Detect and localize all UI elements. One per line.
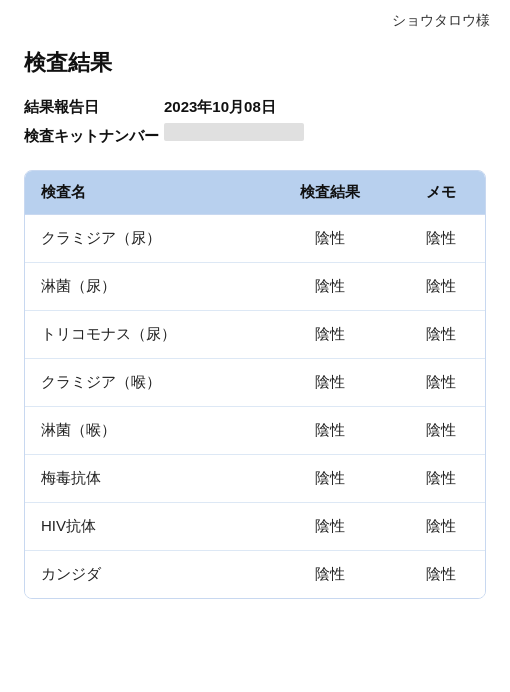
- cell-name: 梅毒抗体: [25, 455, 264, 503]
- cell-result: 陰性: [264, 359, 396, 407]
- cell-result: 陰性: [264, 455, 396, 503]
- cell-memo: 陰性: [396, 503, 485, 551]
- table-row: クラミジア（喉）陰性陰性: [25, 359, 485, 407]
- cell-name: トリコモナス（尿）: [25, 311, 264, 359]
- table-body: クラミジア（尿）陰性陰性淋菌（尿）陰性陰性トリコモナス（尿）陰性陰性クラミジア（…: [25, 215, 485, 599]
- cell-result: 陰性: [264, 407, 396, 455]
- kit-number-row: 検査キットナンバー: [24, 123, 486, 146]
- col-name: 検査名: [25, 171, 264, 215]
- cell-name: 淋菌（尿）: [25, 263, 264, 311]
- cell-memo: 陰性: [396, 311, 485, 359]
- cell-name: クラミジア（喉）: [25, 359, 264, 407]
- cell-memo: 陰性: [396, 215, 485, 263]
- table-header: 検査名 検査結果 メモ: [25, 171, 485, 215]
- cell-name: カンジダ: [25, 551, 264, 599]
- cell-result: 陰性: [264, 215, 396, 263]
- table-row: HIV抗体陰性陰性: [25, 503, 485, 551]
- report-date-value: 2023年10月08日: [164, 98, 276, 117]
- table-row: カンジダ陰性陰性: [25, 551, 485, 599]
- cell-memo: 陰性: [396, 263, 485, 311]
- table-row: 梅毒抗体陰性陰性: [25, 455, 485, 503]
- kit-number-label: 検査キットナンバー: [24, 127, 164, 146]
- table-row: クラミジア（尿）陰性陰性: [25, 215, 485, 263]
- table-row: 淋菌（喉）陰性陰性: [25, 407, 485, 455]
- cell-name: HIV抗体: [25, 503, 264, 551]
- report-date-row: 結果報告日 2023年10月08日: [24, 98, 486, 117]
- cell-result: 陰性: [264, 551, 396, 599]
- cell-memo: 陰性: [396, 407, 485, 455]
- page-title: 検査結果: [24, 48, 486, 78]
- report-date-label: 結果報告日: [24, 98, 164, 117]
- cell-result: 陰性: [264, 503, 396, 551]
- col-memo: メモ: [396, 171, 485, 215]
- cell-memo: 陰性: [396, 551, 485, 599]
- cell-memo: 陰性: [396, 359, 485, 407]
- cell-result: 陰性: [264, 311, 396, 359]
- cell-memo: 陰性: [396, 455, 485, 503]
- main-content: 検査結果 結果報告日 2023年10月08日 検査キットナンバー 検査名 検査結…: [0, 38, 510, 623]
- col-result: 検査結果: [264, 171, 396, 215]
- header-row: 検査名 検査結果 メモ: [25, 171, 485, 215]
- kit-number-value: [164, 123, 304, 141]
- top-bar: ショウタロウ様: [0, 0, 510, 38]
- cell-name: 淋菌（喉）: [25, 407, 264, 455]
- table-container: 検査名 検査結果 メモ クラミジア（尿）陰性陰性淋菌（尿）陰性陰性トリコモナス（…: [24, 170, 486, 599]
- meta-section: 結果報告日 2023年10月08日 検査キットナンバー: [24, 98, 486, 146]
- table-row: トリコモナス（尿）陰性陰性: [25, 311, 485, 359]
- user-name: ショウタロウ様: [392, 12, 490, 30]
- cell-result: 陰性: [264, 263, 396, 311]
- table-row: 淋菌（尿）陰性陰性: [25, 263, 485, 311]
- results-table: 検査名 検査結果 メモ クラミジア（尿）陰性陰性淋菌（尿）陰性陰性トリコモナス（…: [25, 171, 485, 598]
- cell-name: クラミジア（尿）: [25, 215, 264, 263]
